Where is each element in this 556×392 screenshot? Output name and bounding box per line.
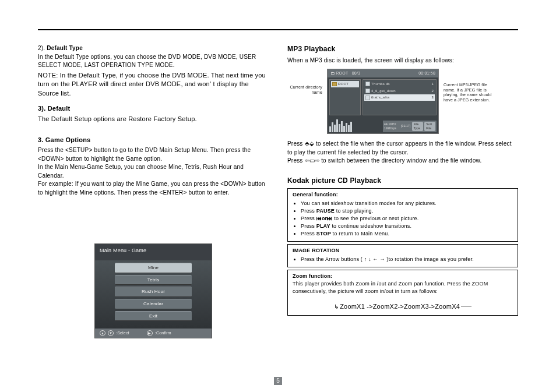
game-options-title: 3. Game Options (38, 136, 269, 145)
box3-body: This player provides both Zoom in /out a… (293, 280, 513, 295)
file-name: 4_6_get_down (371, 89, 396, 94)
nav-up-icon: ▲ (100, 330, 105, 336)
text: to select the file when the cursor appea… (287, 140, 512, 156)
box3-subtitle: Zoom function: (293, 273, 513, 280)
right-column: MP3 Playback When a MP3 disc is loaded, … (287, 44, 518, 380)
list-item: Press the Arrow buttons ( ↑ ↓ ← → )to ro… (301, 256, 513, 263)
zoom-function-box: Zoom function: This player provides both… (287, 270, 518, 316)
mp3-dir-panel: ROOT (329, 79, 361, 115)
leftright-arrows-icon: ⇦▭⇨ (305, 157, 320, 164)
list-item: Press PAUSE to stop playing. (301, 207, 513, 215)
mp3-intro: When a MP3 disc is loaded, the screen wi… (287, 56, 518, 65)
box2-subtitle: IMAGE ROTATION (293, 247, 513, 255)
sec2-title: Default Type (47, 45, 83, 51)
nav-down-icon: ▼ (108, 330, 114, 336)
prev-next-icon: ⏮or⏭ (316, 216, 333, 221)
image-rotation-box: IMAGE ROTATION Press the Arrow buttons (… (287, 244, 518, 267)
text: Press (301, 208, 316, 214)
text: Press (287, 140, 305, 147)
text: Press (301, 223, 316, 229)
game-menu-item: Rush Hour (115, 287, 192, 297)
game-menu-item: Tetris (115, 275, 192, 285)
box1-subtitle: General function: (293, 191, 513, 199)
mp3-top-right: 00:01:58 (418, 70, 435, 76)
default-type-heading: 2). Default Type (38, 44, 269, 53)
file-num: 2 (431, 89, 434, 94)
kodak-title: Kodak picture CD Playback (287, 176, 518, 186)
folder-icon: 🗀 (330, 71, 335, 75)
loop-arrow-icon: ↳ (334, 303, 339, 310)
mp3-dir-name: ROOT (338, 82, 349, 86)
text: Press (287, 157, 305, 164)
mp3-left-callout: Current directory name (287, 69, 322, 96)
left-column: 2). Default Type In the Default Type opt… (38, 44, 269, 380)
page: 2). Default Type In the Default Type opt… (38, 29, 518, 380)
mp3-figure: Current directory name 🗀 ROOT 00/3 00:01… (287, 69, 518, 134)
zoom-text: ZoomX1 ->ZoomX2->ZoomX3->ZoomX4 (340, 303, 460, 310)
game-p3: For example: If you want to play the Min… (38, 180, 269, 197)
game-p2: In the Main Menu-Game Setup, you can cho… (38, 163, 269, 180)
game-menu-body: Mine Tetris Rush Hour Calendar Exit (95, 260, 212, 329)
nav-right-icon: ▶ (147, 330, 153, 336)
mp3-info-bar: 44.1KHz 192Kbps [01/17] File Type Sort F… (383, 121, 437, 133)
mp3-dir-item: ROOT (331, 81, 359, 87)
mp3-rate: 44.1KHz 192Kbps (384, 122, 400, 131)
game-menu-title: Main Menu - Game (95, 244, 212, 260)
arrows-icon: ↑ ↓ ← → (364, 256, 385, 262)
general-function-box: General function: You can set sideshow t… (287, 188, 518, 242)
game-menu-item: Exit (115, 311, 192, 322)
mp3-file-row: 4_6_get_down2 (364, 88, 435, 94)
mp3-press-updown: Press ⬘⬙ to select the file when the cur… (287, 140, 518, 157)
list-item: Press ⏮or⏭ to see the previous or next p… (301, 215, 513, 223)
mp3-playback-title: MP3 Playback (287, 44, 518, 54)
mp3-btn-sort-file: Sort File (424, 122, 435, 132)
list-item: You can set sideshow transition modes fo… (301, 200, 513, 207)
checkbox-icon (365, 82, 370, 86)
sec2-num: 2). (38, 45, 45, 51)
game-menu-footer: ▲▼:Select ▶:Confirm (95, 329, 212, 338)
mp3-player-header: 🗀 ROOT 00/3 00:01:58 (328, 69, 438, 77)
checkbox-icon (365, 96, 370, 100)
mp3-btn-file-type: File Type (412, 122, 424, 132)
text: to return to Main Menu. (331, 231, 389, 236)
text: Press the Arrow buttons ( (301, 256, 364, 262)
text: to see the previous or next picture. (333, 216, 419, 221)
text: )to rotation the image as you prefer. (385, 256, 474, 262)
mp3-file-row: Thumbs.db1 (364, 81, 435, 87)
text: Press (301, 216, 316, 221)
sec2-note: NOTE: In the Default Type, if you choose… (38, 71, 269, 99)
text: Press (301, 231, 316, 236)
zoom-sequence: ↳ZoomX1 ->ZoomX2->ZoomX3->ZoomX4 (293, 302, 513, 312)
sec3-body: The Default Setup options are Restore Fa… (38, 115, 269, 124)
box1-list: You can set sideshow transition modes fo… (293, 200, 513, 238)
mp3-right-callout: Current MP3/JPEG file name. If a JPEG fi… (444, 69, 496, 103)
text: to continue sideshow transitions. (330, 223, 411, 229)
footer-select: :Select (116, 330, 129, 336)
folder-icon (332, 82, 337, 86)
game-p1: Press the <SETUP> button to go to the DV… (38, 146, 269, 163)
file-num: 1 (431, 82, 434, 87)
updown-arrows-icon: ⬘⬙ (305, 140, 314, 147)
file-num: 3 (431, 95, 434, 100)
sec3-title: 3). Default (38, 104, 269, 114)
text: to stop playing. (335, 208, 373, 214)
list-item: Press STOP to return to Main Menu. (301, 230, 513, 238)
mp3-player-body: ROOT Thumbs.db1 4_6_get_down2 that`s_wha… (328, 77, 438, 117)
box2-list: Press the Arrow buttons ( ↑ ↓ ← → )to ro… (293, 256, 513, 263)
mp3-top-mid: 00/3 (352, 71, 360, 75)
mp3-player-graphic: 🗀 ROOT 00/3 00:01:58 ROOT Thumbs.db1 4_6… (327, 69, 439, 134)
loop-line-icon (461, 306, 471, 306)
mp3-player-footer: 44.1KHz 192Kbps [01/17] File Type Sort F… (328, 117, 438, 133)
game-menu-item: Calendar (115, 299, 192, 309)
list-item: Press PLAY to continue sideshow transiti… (301, 223, 513, 230)
checkbox-icon (365, 89, 370, 93)
file-name: Thumbs.db (371, 82, 390, 87)
sec2-body: In the Default Type options, you can cho… (38, 53, 269, 70)
mp3-top-left: ROOT (336, 71, 348, 75)
visualizer-icon (329, 118, 381, 132)
mp3-track: [01/17] (401, 124, 411, 128)
file-name: that`s_wha (371, 95, 389, 100)
text: to switch between the directory window a… (319, 157, 481, 164)
footer-confirm: :Confirm (155, 330, 171, 336)
page-number: 5 (274, 377, 282, 385)
